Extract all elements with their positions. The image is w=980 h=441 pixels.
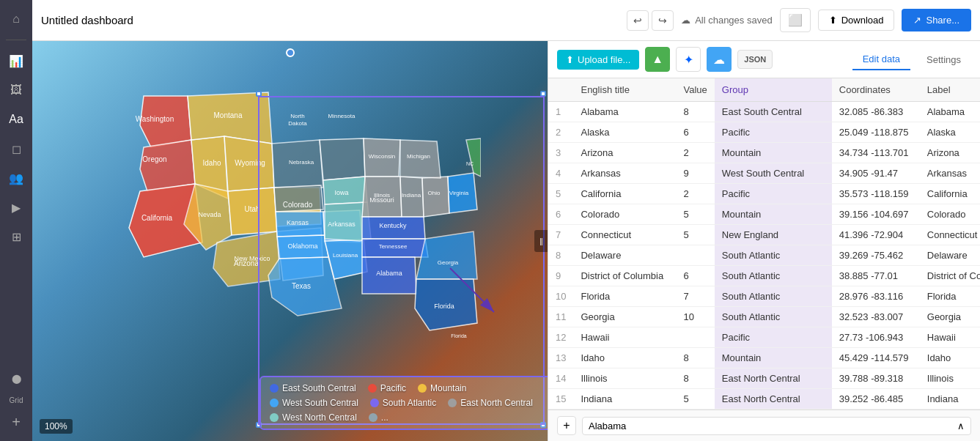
col-header-label[interactable]: Label [920, 78, 980, 102]
row-label[interactable]: Delaware [920, 245, 980, 266]
row-coords[interactable]: 35.573 -118.159 [832, 184, 920, 204]
row-coords[interactable]: 39.269 -75.462 [832, 245, 920, 266]
row-value[interactable] [676, 327, 714, 348]
row-coords[interactable]: 32.085 -86.383 [832, 102, 920, 122]
row-value[interactable]: 7 [676, 286, 714, 307]
upload-file-button[interactable]: ⬆ Upload file... [557, 50, 639, 70]
row-coords[interactable]: 39.252 -86.485 [832, 389, 920, 410]
json-button[interactable]: JSON [737, 50, 773, 69]
table-row[interactable]: 13 Idaho 8 Mountain 45.429 -114.579 Idah… [548, 348, 980, 368]
row-coords[interactable]: 39.788 -89.318 [832, 368, 920, 389]
row-group[interactable]: Pacific [715, 184, 832, 204]
col-header-group[interactable]: Group [715, 78, 832, 102]
tab-edit-data[interactable]: Edit data [852, 49, 910, 70]
scroll-indicator[interactable]: ‖ [534, 230, 548, 252]
row-label[interactable]: Arizona [920, 143, 980, 163]
row-coords[interactable]: 28.976 -83.116 [832, 286, 920, 307]
table-row[interactable]: 9 District of Columbia 6 South Atlantic … [548, 266, 980, 286]
row-value[interactable] [676, 245, 714, 266]
row-value[interactable]: 8 [676, 368, 714, 389]
download-button[interactable]: ⬆ Download [818, 10, 895, 31]
state-selector[interactable]: Alabama ∧ [582, 417, 971, 435]
google-drive-button[interactable]: ▲ [645, 47, 670, 72]
top-center-handle[interactable] [286, 48, 295, 57]
home-icon[interactable]: ⌂ [4, 7, 28, 31]
row-coords[interactable]: 32.523 -83.007 [832, 307, 920, 327]
col-header-coordinates[interactable]: Coordinates [832, 78, 920, 102]
table-row[interactable]: 6 Colorado 5 Mountain 39.156 -104.697 Co… [548, 204, 980, 225]
row-coords[interactable]: 41.396 -72.904 [832, 225, 920, 245]
row-group[interactable]: South Atlantic [715, 307, 832, 327]
row-group[interactable]: West South Central [715, 163, 832, 184]
col-header-value[interactable]: Value [676, 78, 714, 102]
row-english[interactable]: Alabama [573, 102, 676, 122]
row-group[interactable]: Pacific [715, 327, 832, 348]
row-group[interactable]: South Atlantic [715, 286, 832, 307]
row-english[interactable]: Connecticut [573, 225, 676, 245]
row-english[interactable]: Indiana [573, 389, 676, 410]
apps-icon[interactable]: ⊞ [4, 225, 28, 248]
row-value[interactable]: 9 [676, 163, 714, 184]
table-row[interactable]: 4 Arkansas 9 West South Central 34.905 -… [548, 163, 980, 184]
row-english[interactable]: Georgia [573, 307, 676, 327]
row-group[interactable]: New England [715, 225, 832, 245]
table-row[interactable]: 1 Alabama 8 East South Central 32.085 -8… [548, 102, 980, 122]
row-label[interactable]: Alaska [920, 122, 980, 143]
table-row[interactable]: 15 Indiana 5 East North Central 39.252 -… [548, 389, 980, 410]
add-icon[interactable]: + [4, 410, 28, 434]
row-coords[interactable]: 34.905 -91.47 [832, 163, 920, 184]
row-value[interactable]: 5 [676, 389, 714, 410]
monitor-button[interactable]: ⬜ [780, 8, 811, 32]
canvas-area[interactable]: Washington Oregon California Idaho Monta… [32, 41, 548, 441]
video-icon[interactable]: ▶ [4, 196, 28, 219]
share-button[interactable]: ↗ Share... [902, 9, 971, 32]
undo-button[interactable]: ↩ [627, 10, 649, 31]
table-row[interactable]: 7 Connecticut 5 New England 41.396 -72.9… [548, 225, 980, 245]
selection-handle-tl[interactable] [256, 91, 262, 97]
row-value[interactable]: 10 [676, 307, 714, 327]
row-group[interactable]: East South Central [715, 102, 832, 122]
selection-handle-tr[interactable] [540, 91, 546, 97]
row-group[interactable]: East North Central [715, 368, 832, 389]
row-coords[interactable]: 38.885 -77.01 [832, 266, 920, 286]
row-english[interactable]: District of Columbia [573, 266, 676, 286]
row-label[interactable]: Hawaii [920, 327, 980, 348]
row-label[interactable]: California [920, 184, 980, 204]
row-value[interactable]: 2 [676, 184, 714, 204]
table-row[interactable]: 14 Illinois 8 East North Central 39.788 … [548, 368, 980, 389]
row-value[interactable]: 8 [676, 348, 714, 368]
row-value[interactable]: 8 [676, 102, 714, 122]
row-group[interactable]: East North Central [715, 389, 832, 410]
row-label[interactable]: Illinois [920, 368, 980, 389]
row-english[interactable]: Arkansas [573, 163, 676, 184]
row-group[interactable]: Pacific [715, 122, 832, 143]
row-label[interactable]: Colorado [920, 204, 980, 225]
row-label[interactable]: District of Columbia [920, 266, 980, 286]
table-row[interactable]: 8 Delaware South Atlantic 39.269 -75.462… [548, 245, 980, 266]
row-label[interactable]: Arkansas [920, 163, 980, 184]
toggle-icon[interactable]: ⬤ [4, 367, 28, 390]
add-row-button[interactable]: + [557, 416, 576, 435]
shapes-icon[interactable]: ◻ [4, 137, 28, 160]
row-group[interactable]: Mountain [715, 204, 832, 225]
tab-settings[interactable]: Settings [916, 50, 971, 70]
row-coords[interactable]: 39.156 -104.697 [832, 204, 920, 225]
row-label[interactable]: Florida [920, 286, 980, 307]
table-row[interactable]: 12 Hawaii Pacific 27.73 -106.943 Hawaii [548, 327, 980, 348]
table-row[interactable]: 11 Georgia 10 South Atlantic 32.523 -83.… [548, 307, 980, 327]
table-row[interactable]: 3 Arizona 2 Mountain 34.734 -113.701 Ari… [548, 143, 980, 163]
table-row[interactable]: 10 Florida 7 South Atlantic 28.976 -83.1… [548, 286, 980, 307]
row-value[interactable]: 5 [676, 204, 714, 225]
row-coords[interactable]: 27.73 -106.943 [832, 327, 920, 348]
data-table-wrapper[interactable]: English title Value Group Coordinates La… [548, 78, 980, 410]
row-label[interactable]: Georgia [920, 307, 980, 327]
row-value[interactable]: 6 [676, 266, 714, 286]
table-row[interactable]: 2 Alaska 6 Pacific 25.049 -118.875 Alask… [548, 122, 980, 143]
row-label[interactable]: Connecticut [920, 225, 980, 245]
row-value[interactable]: 6 [676, 122, 714, 143]
row-value[interactable]: 2 [676, 143, 714, 163]
row-english[interactable]: Florida [573, 286, 676, 307]
row-value[interactable]: 5 [676, 225, 714, 245]
people-icon[interactable]: 👥 [4, 166, 28, 190]
row-english[interactable]: Alaska [573, 122, 676, 143]
